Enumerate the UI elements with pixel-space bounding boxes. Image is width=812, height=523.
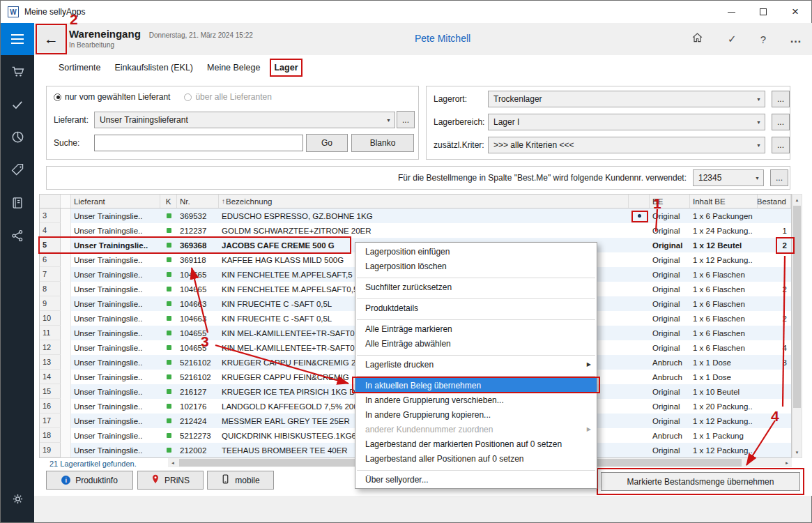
context-menu-item[interactable]: ▶ — [355, 273, 597, 280]
radio-icon — [54, 93, 61, 101]
header-lieferant[interactable]: Lieferant — [71, 195, 160, 208]
table-header[interactable]: Lieferant K Nr. ↑Bezeichnung BE Inhalt B… — [40, 195, 791, 209]
context-menu-item[interactable]: ▶ — [355, 372, 597, 378]
hamburger-menu-button[interactable] — [1, 23, 34, 55]
share-icon[interactable] — [1, 219, 34, 252]
close-button[interactable]: × — [779, 1, 811, 23]
info-icon: i — [61, 476, 70, 485]
header-bestand[interactable]: Bestand — [758, 195, 791, 208]
blanko-button[interactable]: Blanko — [351, 134, 414, 152]
go-button[interactable]: Go — [306, 134, 348, 152]
confirm-check-icon[interactable]: ✓ — [728, 33, 737, 45]
checkmark-icon[interactable] — [1, 88, 34, 121]
search-input[interactable] — [94, 135, 303, 151]
header-icons: ✓ ? … — [691, 23, 802, 55]
sort-ascending-icon: ↑ — [222, 197, 225, 205]
customer-number-more-button[interactable]: ... — [770, 169, 788, 186]
context-menu-item[interactable]: ▶ — [355, 351, 597, 357]
context-menu-item[interactable]: Lagerbestand der markierten Positionen a… — [355, 437, 597, 451]
apply-marked-stock-button[interactable]: Markierte Bestandsmenge übernehmen — [601, 472, 800, 491]
status-marker-icon — [167, 213, 171, 218]
pie-chart-icon[interactable] — [1, 121, 34, 153]
kriterien-more-button[interactable]: ... — [772, 137, 790, 153]
status-marker-icon — [167, 287, 171, 291]
status-marker-icon — [167, 228, 171, 233]
minimize-button[interactable] — [715, 1, 747, 23]
header-selector — [61, 195, 71, 208]
context-menu-item[interactable]: ▶ — [355, 294, 597, 301]
context-menu-item[interactable]: Lagerposition einfügen ▶ — [355, 244, 597, 259]
kriterien-select[interactable]: >>> alle Kriterien <<< ▼ — [488, 137, 765, 153]
back-button[interactable]: ← — [38, 26, 64, 52]
header-bezeichnung[interactable]: ↑Bezeichnung — [219, 195, 629, 208]
prins-button[interactable]: PRiNS — [137, 471, 204, 490]
lieferant-select[interactable]: Unser Trainingslieferant ▼ — [94, 112, 395, 128]
context-menu-item[interactable]: In andere Gruppierung verschieben... ▶ — [355, 393, 597, 407]
lagerbereich-select[interactable]: Lager I ▼ — [488, 114, 765, 130]
header-inhalt-be[interactable]: Inhalt BE — [690, 195, 758, 208]
status-marker-icon — [167, 374, 171, 379]
context-menu-item[interactable]: Alle Einträge markieren ▶ — [355, 321, 597, 336]
lagerort-select[interactable]: Trockenlager ▼ — [488, 91, 765, 107]
header-be[interactable]: BE — [650, 195, 690, 208]
lagerort-more-button[interactable]: ... — [772, 91, 790, 107]
user-name[interactable]: Pete Mitchell — [415, 33, 470, 44]
context-menu-item[interactable]: Lagerliste drucken ▶ — [355, 357, 597, 372]
lagerbereich-label: Lagerbereich: — [434, 117, 484, 127]
tab[interactable]: Sortimente — [59, 63, 100, 73]
context-menu-item[interactable]: In andere Gruppierung kopieren... ▶ — [355, 407, 597, 422]
context-menu-item[interactable]: ▶ — [355, 466, 597, 472]
header-k[interactable]: K — [160, 195, 177, 208]
header-nr[interactable]: Nr. — [177, 195, 219, 208]
context-menu-item[interactable]: ▶ — [355, 315, 597, 321]
status-marker-icon — [167, 345, 171, 350]
settings-gear-icon[interactable] — [1, 483, 34, 515]
status-marker-icon — [167, 331, 171, 335]
context-menu-item[interactable]: Lagerbestand aller Positionen auf 0 setz… — [355, 451, 597, 466]
tab-bar: Sortimente Einkaufslisten (EKL) Meine Be… — [59, 63, 298, 73]
tab[interactable]: Lager — [274, 63, 298, 73]
produktinfo-button[interactable]: i Produktinfo — [46, 471, 133, 490]
table-row[interactable]: 4 Unser Trainingslie.. 212237 GOLDM SCHW… — [40, 223, 791, 238]
header-status: In Bearbeitung — [69, 41, 253, 49]
status-marker-icon — [167, 257, 171, 262]
radio-all-suppliers[interactable]: über alle Lieferanten — [184, 92, 271, 102]
scroll-right-icon[interactable]: ► — [782, 461, 792, 465]
scroll-up-icon[interactable]: ▲ — [792, 195, 802, 205]
home-icon[interactable] — [691, 31, 704, 47]
context-menu-item[interactable]: anderer Kundennummer zuordnen ▶ — [355, 422, 597, 437]
lagerbereich-more-button[interactable]: ... — [772, 114, 790, 130]
tab[interactable]: Meine Belege — [207, 63, 260, 73]
lieferant-label: Lieferant: — [54, 115, 89, 125]
cart-icon[interactable] — [1, 55, 34, 88]
chevron-down-icon: ▼ — [756, 97, 761, 102]
context-menu-item[interactable]: Über sellyorder... ▶ — [355, 472, 597, 487]
customer-number-bar: Für die Bestellmenge in Spalte "Best.Me"… — [46, 166, 790, 190]
context-menu-item[interactable]: Alle Einträge abwählen ▶ — [355, 336, 597, 351]
context-menu-item[interactable]: Lagerposition löschen ▶ — [355, 259, 597, 273]
status-marker-icon — [167, 272, 171, 277]
radio-selected-supplier[interactable]: nur vom gewählten Lieferant — [54, 92, 170, 102]
status-marker-icon — [167, 316, 171, 321]
mobile-button[interactable]: mobile — [207, 471, 274, 490]
vertical-scrollbar[interactable]: ▲ ▼ — [792, 194, 802, 458]
lieferant-more-button[interactable]: ... — [397, 111, 415, 128]
catalog-icon[interactable] — [1, 186, 34, 219]
vertical-scroll-thumb[interactable] — [793, 206, 801, 408]
header-marker — [629, 195, 650, 208]
context-menu-item[interactable]: Suchfilter zurücksetzen ▶ — [355, 280, 597, 294]
maximize-button[interactable] — [747, 1, 779, 23]
header-datetime: Donnerstag, 21. März 2024 15:22 — [149, 31, 253, 39]
scroll-left-icon[interactable]: ◄ — [168, 461, 178, 465]
storage-filter-panel: Lagerort: Trockenlager ▼ ... Lagerbereic… — [426, 86, 790, 160]
table-row[interactable]: 3 Unser Trainingslie.. 369532 EDUSCHO ES… — [40, 209, 791, 223]
tab[interactable]: Einkaufslisten (EKL) — [114, 63, 193, 73]
customer-number-select[interactable]: 12345 ▼ — [693, 169, 764, 186]
help-icon[interactable]: ? — [760, 33, 766, 45]
scroll-down-icon[interactable]: ▼ — [792, 447, 802, 457]
context-menu-item[interactable]: In aktuellen Beleg übernehmen ▶ — [355, 378, 597, 393]
context-menu-item[interactable]: Produktdetails ▶ — [355, 301, 597, 315]
status-marker-icon — [167, 418, 171, 423]
price-tag-icon[interactable] — [1, 153, 34, 186]
more-options-icon[interactable]: … — [790, 32, 802, 46]
